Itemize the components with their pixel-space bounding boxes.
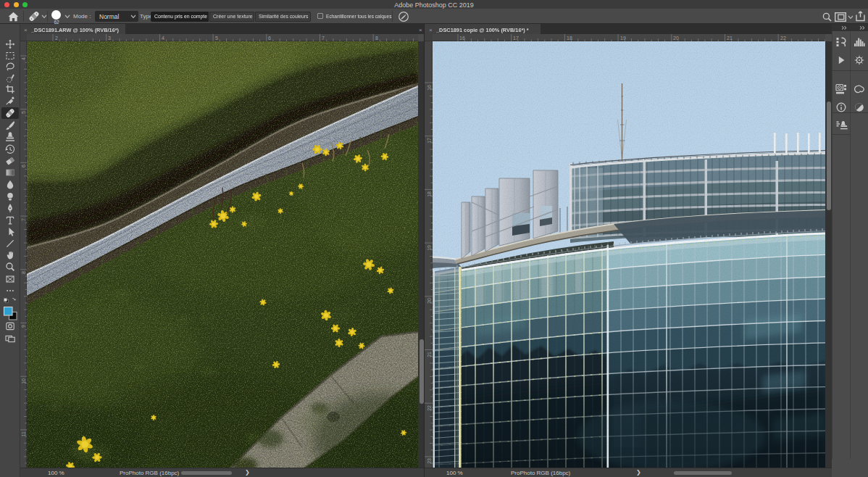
svg-text:19: 19 [427, 245, 432, 251]
svg-text:10: 10 [21, 378, 26, 384]
svg-text:22: 22 [780, 36, 786, 41]
svg-text:18: 18 [427, 191, 432, 197]
svg-text:8: 8 [21, 271, 26, 274]
svg-text:5: 5 [215, 36, 218, 41]
svg-text:20: 20 [427, 298, 432, 304]
svg-text:2: 2 [55, 36, 58, 41]
svg-text:8: 8 [375, 36, 378, 41]
svg-text:11: 11 [21, 431, 26, 436]
svg-text:17: 17 [513, 36, 519, 41]
svg-text:3: 3 [108, 36, 111, 41]
svg-text:4: 4 [21, 57, 26, 60]
svg-text:21: 21 [427, 352, 432, 357]
svg-text:16: 16 [459, 36, 465, 41]
svg-text:16: 16 [427, 85, 432, 91]
svg-text:9: 9 [21, 325, 26, 328]
svg-text:18: 18 [567, 36, 572, 41]
svg-text:22: 22 [427, 405, 432, 411]
svg-text:5: 5 [21, 111, 26, 114]
svg-text:6: 6 [21, 165, 26, 167]
svg-text:19: 19 [620, 36, 626, 41]
svg-text:6: 6 [268, 36, 271, 41]
svg-text:4: 4 [162, 36, 164, 41]
svg-text:20: 20 [673, 36, 679, 41]
svg-text:21: 21 [727, 36, 733, 41]
svg-text:7: 7 [21, 218, 26, 221]
svg-text:17: 17 [427, 138, 432, 144]
svg-text:23: 23 [427, 458, 432, 464]
svg-text:7: 7 [322, 36, 325, 41]
